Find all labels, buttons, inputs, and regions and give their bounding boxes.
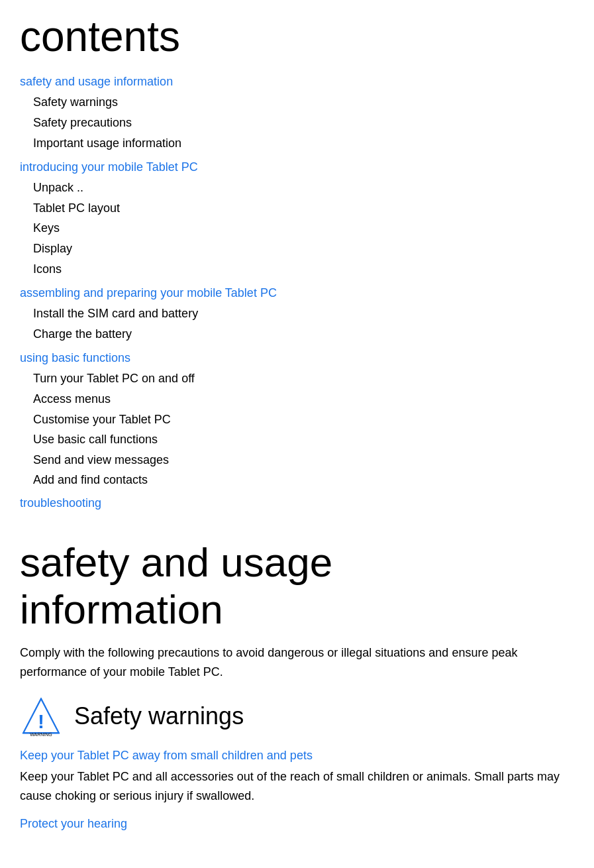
toc-item: Turn your Tablet PC on and off — [33, 368, 574, 389]
toc-header-introducing: introducing your mobile Tablet PC — [20, 158, 574, 176]
warning-title: Safety warnings — [74, 698, 244, 734]
toc-item: Important usage information — [33, 133, 574, 154]
toc-item: Charge the battery — [33, 324, 574, 345]
section2-title: safety and usage information — [20, 539, 574, 633]
section2-title-line2: information — [20, 586, 223, 632]
svg-text:WARNING: WARNING — [30, 732, 52, 737]
toc-header-safety: safety and usage information — [20, 73, 574, 91]
toc-item: Install the SIM card and battery — [33, 303, 574, 324]
toc-item: Display — [33, 239, 574, 259]
warning-block: ! WARNING Safety warnings — [20, 695, 574, 737]
toc-section-3: assembling and preparing your mobile Tab… — [20, 284, 574, 344]
toc-section-1: safety and usage information Safety warn… — [20, 73, 574, 153]
toc-item: Send and view messages — [33, 450, 574, 470]
toc-header-using: using basic functions — [20, 349, 574, 367]
toc-item: Tablet PC layout — [33, 198, 574, 219]
toc-item: Add and find contacts — [33, 470, 574, 490]
warning-sub2-header: Protect your hearing — [20, 815, 574, 833]
troubleshooting-link[interactable]: troubleshooting — [20, 494, 574, 512]
section2-body-text: Comply with the following precautions to… — [20, 643, 574, 682]
svg-text:!: ! — [38, 710, 44, 732]
toc-item: Safety precautions — [33, 113, 574, 133]
section2-title-line1: safety and usage — [20, 539, 332, 585]
warning-icon: ! WARNING — [20, 695, 62, 737]
toc-item: Icons — [33, 259, 574, 280]
toc-item: Use basic call functions — [33, 429, 574, 450]
toc-item: Unpack .. — [33, 178, 574, 198]
toc-item: Access menus — [33, 389, 574, 409]
toc-section-4: using basic functions Turn your Tablet P… — [20, 349, 574, 490]
page-title: contents — [20, 13, 574, 60]
toc-item: Keys — [33, 218, 574, 239]
toc-header-assembling: assembling and preparing your mobile Tab… — [20, 284, 574, 302]
toc-item: Safety warnings — [33, 92, 574, 113]
warning-sub1-header: Keep your Tablet PC away from small chil… — [20, 747, 574, 765]
toc-item: Customise your Tablet PC — [33, 409, 574, 430]
toc-section-2: introducing your mobile Tablet PC Unpack… — [20, 158, 574, 279]
warning-sub1-body: Keep your Tablet PC and all accessories … — [20, 767, 574, 806]
